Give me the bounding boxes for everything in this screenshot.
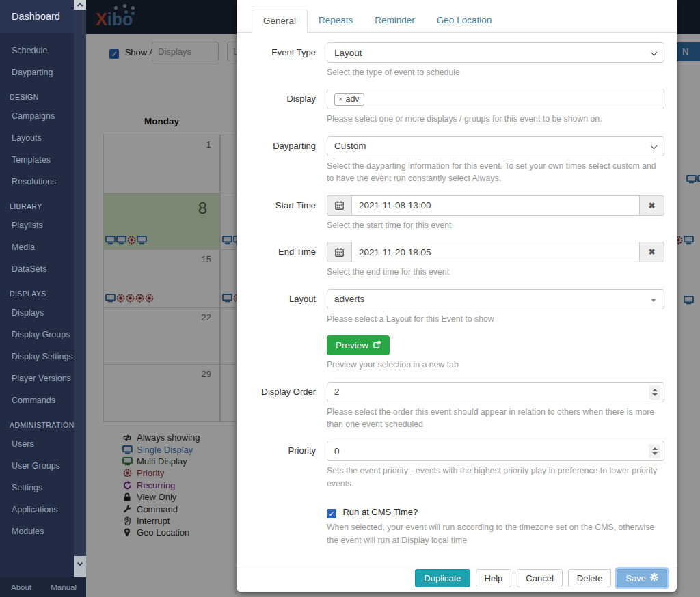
manual-link[interactable]: Manual <box>51 583 77 592</box>
sidebar-scrollbar[interactable] <box>74 0 86 577</box>
help-button[interactable]: Help <box>476 569 512 587</box>
event-type-select[interactable]: Layout <box>327 42 664 63</box>
display-tag[interactable]: × adv <box>334 93 364 106</box>
preview-button[interactable]: Preview <box>327 335 390 355</box>
sidebar-item-display-settings[interactable]: Display Settings <box>0 346 74 367</box>
cms-time-label: Run at CMS Time? <box>342 507 418 517</box>
scrollbar-down-icon[interactable] <box>74 560 86 570</box>
end-time-input-group: 2021-11-20 18:05 ✖ <box>327 242 664 262</box>
page: Xibo ✓ Show All Displays L N Monday 1815… <box>0 0 700 597</box>
sidebar-item-campaigns[interactable]: Campaigns <box>0 105 74 127</box>
remove-tag-icon[interactable]: × <box>338 95 342 103</box>
dayparting-label: Dayparting <box>237 136 327 191</box>
sidebar-section-header: DISPLAYS <box>0 280 74 302</box>
sidebar-item-resolutions[interactable]: Resolutions <box>0 171 74 193</box>
sidebar-section-header: DESIGN <box>0 83 74 105</box>
start-time-input-group: 2021-11-08 13:00 ✖ <box>327 195 664 216</box>
clear-start-time-icon[interactable]: ✖ <box>640 195 664 216</box>
cms-time-checkbox[interactable]: ✓ <box>327 509 336 518</box>
sidebar-title[interactable]: Dashboard <box>0 0 74 33</box>
event-type-help: Select the type of event to schedule <box>327 66 664 79</box>
sidebar-item-schedule[interactable]: Schedule <box>0 40 74 61</box>
start-time-label: Start Time <box>237 195 327 238</box>
tab-geo-location[interactable]: Geo Location <box>426 10 502 33</box>
dropdown-arrow-icon <box>651 298 656 302</box>
chevron-down-icon <box>651 49 658 56</box>
sidebar-item-playlists[interactable]: Playlists <box>0 214 74 236</box>
tab-repeats[interactable]: Repeats <box>308 10 364 33</box>
priority-label: Priority <box>237 441 327 496</box>
layout-select[interactable]: adverts <box>327 289 664 309</box>
schedule-event-modal: GeneralRepeatsReminderGeo Location Event… <box>237 0 677 592</box>
end-time-input[interactable]: 2021-11-20 18:05 <box>351 242 640 262</box>
sidebar-item-dayparting[interactable]: Dayparting <box>0 61 74 83</box>
number-spinner[interactable] <box>649 444 660 458</box>
run-at-cms-time-row: ✓ Run at CMS Time? When selected, your e… <box>327 505 664 546</box>
modal-tabs: GeneralRepeatsReminderGeo Location <box>237 0 677 33</box>
tab-general[interactable]: General <box>252 10 308 33</box>
display-order-help: Please select the order this event shoul… <box>327 406 664 431</box>
calendar-icon <box>327 242 351 262</box>
gear-icon <box>650 573 658 583</box>
display-tag-input[interactable]: × adv <box>327 89 664 109</box>
sidebar-item-user-groups[interactable]: User Groups <box>0 455 74 477</box>
scrollbar-up-icon[interactable] <box>74 0 86 10</box>
start-time-help: Select the start time for this event <box>327 219 664 232</box>
event-type-label: Event Type <box>237 42 327 85</box>
dayparting-select[interactable]: Custom <box>327 136 664 156</box>
duplicate-button[interactable]: Duplicate <box>415 569 470 587</box>
sidebar-section-header: LIBRARY <box>0 193 74 214</box>
delete-button[interactable]: Delete <box>568 569 612 587</box>
priority-input[interactable]: 0 <box>327 441 664 461</box>
display-label: Display <box>237 89 327 131</box>
layout-label: Layout <box>237 289 327 331</box>
end-time-help: Select the end time for this event <box>327 266 664 278</box>
sidebar-item-modules[interactable]: Modules <box>0 520 74 542</box>
display-order-label: Display Order <box>237 382 327 437</box>
event-form: Event Type Layout Select the type of eve… <box>237 33 677 546</box>
sidebar-item-player-versions[interactable]: Player Versions <box>0 367 74 389</box>
dayparting-help: Select the dayparting information for th… <box>327 160 664 185</box>
save-button[interactable]: Save <box>617 569 667 587</box>
sidebar-item-layouts[interactable]: Layouts <box>0 127 74 149</box>
sidebar-item-datasets[interactable]: DataSets <box>0 258 74 280</box>
tab-reminder[interactable]: Reminder <box>364 10 426 33</box>
display-help: Please select one or more displays / gro… <box>327 113 664 125</box>
sidebar-item-applications[interactable]: Applications <box>0 499 74 520</box>
number-spinner[interactable] <box>649 385 660 400</box>
chevron-down-icon <box>651 142 658 149</box>
end-time-label: End Time <box>237 242 327 284</box>
sidebar-item-settings[interactable]: Settings <box>0 477 74 499</box>
clear-end-time-icon[interactable]: ✖ <box>640 242 664 262</box>
sidebar-item-media[interactable]: Media <box>0 236 74 258</box>
sidebar-item-commands[interactable]: Commands <box>0 389 74 411</box>
priority-help: Sets the event priority - events with th… <box>327 464 664 490</box>
cancel-button[interactable]: Cancel <box>517 569 562 587</box>
calendar-icon <box>327 195 351 216</box>
cms-time-help: When selected, your event will run accor… <box>327 521 664 546</box>
preview-help: Preview your selection in a new tab <box>327 359 664 371</box>
layout-help: Please select a Layout for this Event to… <box>327 313 664 325</box>
scrollbar-thumb[interactable] <box>74 10 86 556</box>
sidebar-footer: About Manual <box>0 577 86 597</box>
sidebar-menu: ScheduleDaypartingDESIGNCampaignsLayouts… <box>0 33 74 542</box>
sidebar-item-templates[interactable]: Templates <box>0 149 74 171</box>
sidebar: Dashboard ScheduleDaypartingDESIGNCampai… <box>0 0 74 597</box>
sidebar-item-display-groups[interactable]: Display Groups <box>0 324 74 346</box>
start-time-input[interactable]: 2021-11-08 13:00 <box>351 195 640 216</box>
modal-footer: DuplicateHelpCancelDeleteSave <box>237 564 677 592</box>
about-link[interactable]: About <box>11 583 31 592</box>
external-link-icon <box>373 340 381 350</box>
sidebar-item-displays[interactable]: Displays <box>0 302 74 324</box>
sidebar-section-header: ADMINISTRATION <box>0 411 74 433</box>
display-order-input[interactable]: 2 <box>327 382 664 402</box>
sidebar-item-users[interactable]: Users <box>0 433 74 455</box>
